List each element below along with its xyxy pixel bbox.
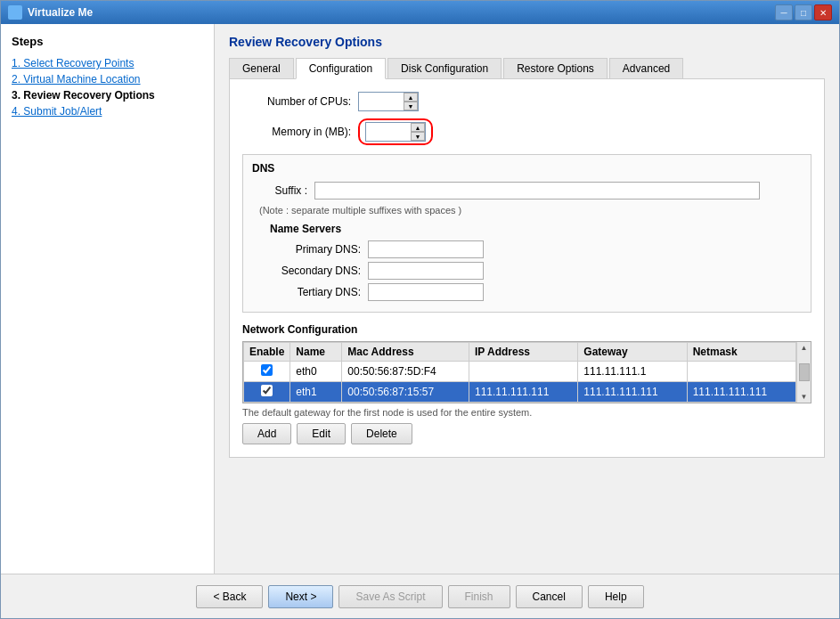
tab-configuration[interactable]: Configuration [296, 58, 386, 79]
tab-general[interactable]: General [229, 58, 294, 78]
table-row[interactable]: eth0 00:50:56:87:5D:F4 111.11.111.1 [244, 362, 796, 382]
memory-spin-buttons: ▲ ▼ [411, 123, 425, 141]
row1-name: eth0 [290, 362, 342, 382]
cpu-label: Number of CPUs: [242, 95, 358, 108]
scroll-down-arrow[interactable]: ▼ [801, 393, 808, 401]
finish-button[interactable]: Finish [448, 585, 510, 608]
row1-netmask [687, 362, 795, 382]
row2-gateway: 111.11.111.111 [578, 382, 687, 403]
secondary-dns-row: Secondary DNS: 111 . 11 . 111 . 1 [270, 262, 802, 280]
footer: < Back Next > Save As Script Finish Canc… [1, 574, 839, 618]
sidebar-item-step1[interactable]: 1. Select Recovery Points [12, 57, 203, 69]
title-bar: Virtualize Me ─ □ ✕ [1, 1, 839, 24]
col-mac: Mac Address [342, 343, 469, 362]
window-title: Virtualize Me [28, 6, 93, 19]
row2-enable[interactable] [244, 382, 290, 403]
tertiary-dns-row: Tertiary DNS: 111 . 1 . 11 . 1 [270, 283, 802, 301]
col-name: Name [290, 343, 342, 362]
title-bar-left: Virtualize Me [8, 5, 93, 20]
delete-button[interactable]: Delete [351, 423, 412, 444]
minimize-button[interactable]: ─ [775, 4, 793, 20]
content-area: Steps 1. Select Recovery Points 2. Virtu… [1, 24, 839, 574]
name-servers: Name Servers Primary DNS: 111 . 11 . 11 … [270, 223, 802, 301]
main-content: Review Recovery Options General Configur… [215, 24, 839, 574]
scroll-thumb[interactable] [799, 363, 810, 381]
table-header-row: Enable Name Mac Address IP Address Gatew… [244, 343, 796, 362]
help-button[interactable]: Help [588, 585, 644, 608]
main-window: Virtualize Me ─ □ ✕ Steps 1. Select Reco… [0, 0, 840, 619]
dns-suffix-row: Suffix : dev.com [252, 182, 802, 200]
table-scrollbar[interactable]: ▲ ▼ [796, 342, 811, 403]
network-table: Enable Name Mac Address IP Address Gatew… [243, 342, 796, 403]
col-enable: Enable [244, 343, 290, 362]
primary-dns-label: Primary DNS: [270, 243, 368, 256]
cpu-spinner: 1 ▲ ▼ [358, 92, 419, 111]
memory-spinner: 4,096 ▲ ▼ [365, 122, 426, 142]
network-section: Network Configuration Enable Name Mac Ad… [242, 323, 811, 444]
cpu-spin-up[interactable]: ▲ [404, 93, 418, 102]
col-gateway: Gateway [578, 343, 687, 362]
dns-note: (Note : separate multiple suffixes with … [259, 205, 802, 216]
save-script-button[interactable]: Save As Script [338, 585, 442, 608]
sidebar-item-step4[interactable]: 4. Submit Job/Alert [12, 105, 203, 118]
secondary-dns-input[interactable]: 111 . 11 . 111 . 1 [368, 262, 484, 280]
close-button[interactable]: ✕ [814, 4, 832, 20]
edit-button[interactable]: Edit [297, 423, 346, 444]
dns-section: DNS Suffix : dev.com (Note : separate mu… [242, 154, 811, 313]
sidebar-item-step2[interactable]: 2. Virtual Machine Location [12, 73, 203, 86]
network-note: The default gateway for the first node i… [242, 407, 811, 418]
row2-mac: 00:50:56:87:15:57 [342, 382, 469, 403]
table-row[interactable]: eth1 00:50:56:87:15:57 111.11.111.111 11… [244, 382, 796, 403]
network-buttons: Add Edit Delete [242, 423, 811, 444]
tertiary-dns-label: Tertiary DNS: [270, 286, 368, 298]
row1-ip [469, 362, 577, 382]
primary-dns-row: Primary DNS: 111 . 11 . 11 . 1 [270, 240, 802, 258]
sidebar-item-step3: 3. Review Recovery Options [12, 89, 203, 102]
row2-checkbox[interactable] [261, 385, 273, 396]
sidebar-heading: Steps [12, 35, 203, 48]
tabs-container: General Configuration Disk Configuration… [229, 58, 825, 79]
network-title: Network Configuration [242, 323, 811, 336]
cpu-spin-down[interactable]: ▼ [404, 102, 418, 110]
row2-netmask: 111.11.111.111 [687, 382, 795, 403]
scroll-up-arrow[interactable]: ▲ [801, 344, 808, 352]
memory-label: Memory in (MB): [242, 126, 358, 138]
sidebar: Steps 1. Select Recovery Points 2. Virtu… [1, 24, 215, 574]
title-bar-controls: ─ □ ✕ [775, 4, 832, 20]
col-ip: IP Address [469, 343, 577, 362]
tab-disk-configuration[interactable]: Disk Configuration [387, 58, 502, 78]
row1-enable[interactable] [244, 362, 290, 382]
cpu-spin-buttons: ▲ ▼ [404, 93, 418, 110]
cpu-row: Number of CPUs: 1 ▲ ▼ [242, 92, 811, 111]
cancel-button[interactable]: Cancel [516, 585, 583, 608]
memory-spin-up[interactable]: ▲ [411, 123, 425, 132]
section-title: Review Recovery Options [229, 35, 825, 49]
memory-highlight: 4,096 ▲ ▼ [358, 118, 433, 145]
tertiary-dns-input[interactable]: 111 . 1 . 11 . 1 [368, 283, 484, 301]
next-button[interactable]: Next > [268, 585, 333, 608]
dns-suffix-input[interactable]: dev.com [314, 182, 760, 200]
tab-restore-options[interactable]: Restore Options [503, 58, 608, 78]
back-button[interactable]: < Back [196, 585, 263, 608]
cpu-input[interactable]: 1 [359, 94, 404, 110]
dns-suffix-label: Suffix : [252, 184, 314, 197]
network-table-wrap: Enable Name Mac Address IP Address Gatew… [242, 341, 811, 403]
secondary-dns-label: Secondary DNS: [270, 265, 368, 277]
row2-ip: 111.11.111.111 [469, 382, 577, 403]
tab-content-configuration: Number of CPUs: 1 ▲ ▼ Memory in (MB): [229, 79, 825, 458]
col-netmask: Netmask [687, 343, 795, 362]
memory-row: Memory in (MB): 4,096 ▲ ▼ [242, 118, 811, 145]
app-icon [8, 5, 22, 20]
tab-advanced[interactable]: Advanced [609, 58, 683, 78]
row2-name: eth1 [290, 382, 342, 403]
name-servers-title: Name Servers [270, 223, 802, 235]
row1-mac: 00:50:56:87:5D:F4 [342, 362, 469, 382]
dns-title: DNS [252, 162, 802, 175]
row1-checkbox[interactable] [261, 364, 273, 376]
row1-gateway: 111.11.111.1 [578, 362, 687, 382]
primary-dns-input[interactable]: 111 . 11 . 11 . 1 [368, 240, 484, 258]
add-button[interactable]: Add [242, 423, 291, 444]
memory-input[interactable]: 4,096 [366, 124, 411, 140]
maximize-button[interactable]: □ [795, 4, 812, 20]
memory-spin-down[interactable]: ▼ [411, 132, 425, 141]
